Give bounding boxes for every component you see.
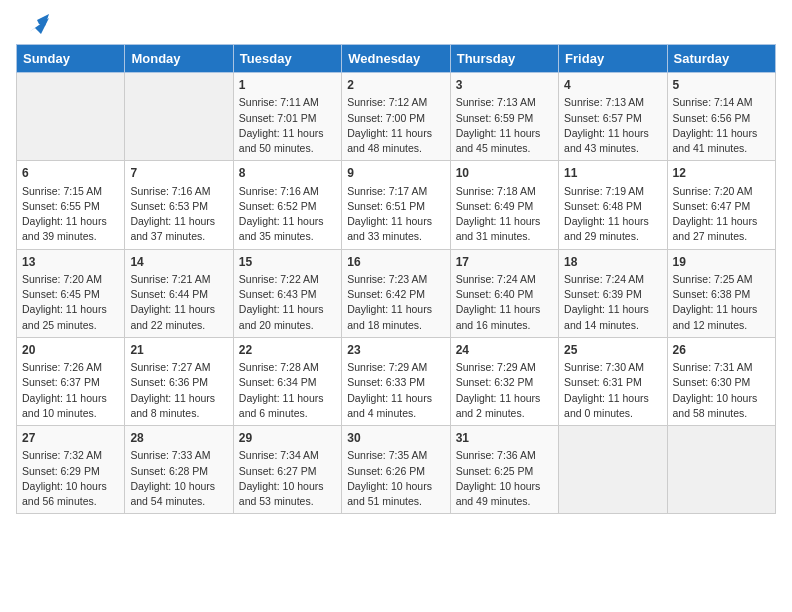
- sunrise-text: Sunrise: 7:20 AM: [22, 273, 102, 285]
- day-number: 15: [239, 254, 336, 271]
- day-number: 2: [347, 77, 444, 94]
- calendar-week-row: 6Sunrise: 7:15 AMSunset: 6:55 PMDaylight…: [17, 161, 776, 249]
- sunrise-text: Sunrise: 7:16 AM: [239, 185, 319, 197]
- sunrise-text: Sunrise: 7:22 AM: [239, 273, 319, 285]
- daylight-text: Daylight: 11 hours and 12 minutes.: [673, 303, 758, 330]
- calendar-day-cell: 20Sunrise: 7:26 AMSunset: 6:37 PMDayligh…: [17, 337, 125, 425]
- calendar-day-cell: [667, 426, 775, 514]
- sunrise-text: Sunrise: 7:35 AM: [347, 449, 427, 461]
- daylight-text: Daylight: 11 hours and 6 minutes.: [239, 392, 324, 419]
- daylight-text: Daylight: 11 hours and 25 minutes.: [22, 303, 107, 330]
- calendar-day-cell: 2Sunrise: 7:12 AMSunset: 7:00 PMDaylight…: [342, 73, 450, 161]
- calendar-day-cell: 17Sunrise: 7:24 AMSunset: 6:40 PMDayligh…: [450, 249, 558, 337]
- sunrise-text: Sunrise: 7:28 AM: [239, 361, 319, 373]
- sunset-text: Sunset: 6:43 PM: [239, 288, 317, 300]
- day-number: 11: [564, 165, 661, 182]
- sunset-text: Sunset: 6:32 PM: [456, 376, 534, 388]
- sunset-text: Sunset: 7:00 PM: [347, 112, 425, 124]
- sunset-text: Sunset: 6:34 PM: [239, 376, 317, 388]
- day-number: 26: [673, 342, 770, 359]
- day-number: 23: [347, 342, 444, 359]
- day-number: 20: [22, 342, 119, 359]
- day-number: 12: [673, 165, 770, 182]
- daylight-text: Daylight: 11 hours and 33 minutes.: [347, 215, 432, 242]
- daylight-text: Daylight: 11 hours and 43 minutes.: [564, 127, 649, 154]
- calendar-week-row: 13Sunrise: 7:20 AMSunset: 6:45 PMDayligh…: [17, 249, 776, 337]
- sunrise-text: Sunrise: 7:21 AM: [130, 273, 210, 285]
- sunset-text: Sunset: 6:40 PM: [456, 288, 534, 300]
- daylight-text: Daylight: 10 hours and 56 minutes.: [22, 480, 107, 507]
- sunrise-text: Sunrise: 7:34 AM: [239, 449, 319, 461]
- sunset-text: Sunset: 6:44 PM: [130, 288, 208, 300]
- day-number: 22: [239, 342, 336, 359]
- calendar-day-cell: 9Sunrise: 7:17 AMSunset: 6:51 PMDaylight…: [342, 161, 450, 249]
- daylight-text: Daylight: 11 hours and 35 minutes.: [239, 215, 324, 242]
- calendar-week-row: 20Sunrise: 7:26 AMSunset: 6:37 PMDayligh…: [17, 337, 776, 425]
- day-number: 29: [239, 430, 336, 447]
- calendar-day-cell: 28Sunrise: 7:33 AMSunset: 6:28 PMDayligh…: [125, 426, 233, 514]
- sunset-text: Sunset: 6:47 PM: [673, 200, 751, 212]
- daylight-text: Daylight: 11 hours and 50 minutes.: [239, 127, 324, 154]
- daylight-text: Daylight: 11 hours and 41 minutes.: [673, 127, 758, 154]
- day-number: 30: [347, 430, 444, 447]
- sunset-text: Sunset: 7:01 PM: [239, 112, 317, 124]
- sunrise-text: Sunrise: 7:30 AM: [564, 361, 644, 373]
- sunset-text: Sunset: 6:51 PM: [347, 200, 425, 212]
- daylight-text: Daylight: 11 hours and 14 minutes.: [564, 303, 649, 330]
- day-number: 18: [564, 254, 661, 271]
- day-number: 24: [456, 342, 553, 359]
- daylight-text: Daylight: 11 hours and 4 minutes.: [347, 392, 432, 419]
- sunset-text: Sunset: 6:59 PM: [456, 112, 534, 124]
- daylight-text: Daylight: 11 hours and 31 minutes.: [456, 215, 541, 242]
- sunset-text: Sunset: 6:27 PM: [239, 465, 317, 477]
- calendar-day-cell: 12Sunrise: 7:20 AMSunset: 6:47 PMDayligh…: [667, 161, 775, 249]
- sunrise-text: Sunrise: 7:26 AM: [22, 361, 102, 373]
- daylight-text: Daylight: 11 hours and 39 minutes.: [22, 215, 107, 242]
- daylight-text: Daylight: 11 hours and 27 minutes.: [673, 215, 758, 242]
- day-number: 17: [456, 254, 553, 271]
- calendar-day-cell: 13Sunrise: 7:20 AMSunset: 6:45 PMDayligh…: [17, 249, 125, 337]
- day-number: 4: [564, 77, 661, 94]
- calendar-day-cell: [17, 73, 125, 161]
- sunrise-text: Sunrise: 7:24 AM: [564, 273, 644, 285]
- calendar-day-cell: 25Sunrise: 7:30 AMSunset: 6:31 PMDayligh…: [559, 337, 667, 425]
- sunrise-text: Sunrise: 7:16 AM: [130, 185, 210, 197]
- sunset-text: Sunset: 6:39 PM: [564, 288, 642, 300]
- calendar-day-cell: 26Sunrise: 7:31 AMSunset: 6:30 PMDayligh…: [667, 337, 775, 425]
- calendar-day-cell: 21Sunrise: 7:27 AMSunset: 6:36 PMDayligh…: [125, 337, 233, 425]
- calendar-day-cell: 16Sunrise: 7:23 AMSunset: 6:42 PMDayligh…: [342, 249, 450, 337]
- calendar-day-cell: 19Sunrise: 7:25 AMSunset: 6:38 PMDayligh…: [667, 249, 775, 337]
- sunset-text: Sunset: 6:42 PM: [347, 288, 425, 300]
- day-number: 1: [239, 77, 336, 94]
- logo: [16, 10, 49, 34]
- sunrise-text: Sunrise: 7:14 AM: [673, 96, 753, 108]
- calendar-day-cell: 24Sunrise: 7:29 AMSunset: 6:32 PMDayligh…: [450, 337, 558, 425]
- weekday-header: Saturday: [667, 45, 775, 73]
- calendar-day-cell: 6Sunrise: 7:15 AMSunset: 6:55 PMDaylight…: [17, 161, 125, 249]
- sunrise-text: Sunrise: 7:17 AM: [347, 185, 427, 197]
- sunrise-text: Sunrise: 7:32 AM: [22, 449, 102, 461]
- day-number: 16: [347, 254, 444, 271]
- sunset-text: Sunset: 6:29 PM: [22, 465, 100, 477]
- day-number: 9: [347, 165, 444, 182]
- sunset-text: Sunset: 6:25 PM: [456, 465, 534, 477]
- calendar-day-cell: 23Sunrise: 7:29 AMSunset: 6:33 PMDayligh…: [342, 337, 450, 425]
- calendar-day-cell: [125, 73, 233, 161]
- sunrise-text: Sunrise: 7:36 AM: [456, 449, 536, 461]
- calendar-day-cell: 3Sunrise: 7:13 AMSunset: 6:59 PMDaylight…: [450, 73, 558, 161]
- daylight-text: Daylight: 11 hours and 16 minutes.: [456, 303, 541, 330]
- sunrise-text: Sunrise: 7:29 AM: [347, 361, 427, 373]
- calendar-table: SundayMondayTuesdayWednesdayThursdayFrid…: [16, 44, 776, 514]
- calendar-day-cell: 5Sunrise: 7:14 AMSunset: 6:56 PMDaylight…: [667, 73, 775, 161]
- calendar-header-row: SundayMondayTuesdayWednesdayThursdayFrid…: [17, 45, 776, 73]
- sunrise-text: Sunrise: 7:31 AM: [673, 361, 753, 373]
- sunrise-text: Sunrise: 7:13 AM: [456, 96, 536, 108]
- daylight-text: Daylight: 11 hours and 18 minutes.: [347, 303, 432, 330]
- sunrise-text: Sunrise: 7:33 AM: [130, 449, 210, 461]
- sunset-text: Sunset: 6:45 PM: [22, 288, 100, 300]
- sunrise-text: Sunrise: 7:29 AM: [456, 361, 536, 373]
- sunrise-text: Sunrise: 7:23 AM: [347, 273, 427, 285]
- daylight-text: Daylight: 11 hours and 8 minutes.: [130, 392, 215, 419]
- calendar-week-row: 1Sunrise: 7:11 AMSunset: 7:01 PMDaylight…: [17, 73, 776, 161]
- sunset-text: Sunset: 6:28 PM: [130, 465, 208, 477]
